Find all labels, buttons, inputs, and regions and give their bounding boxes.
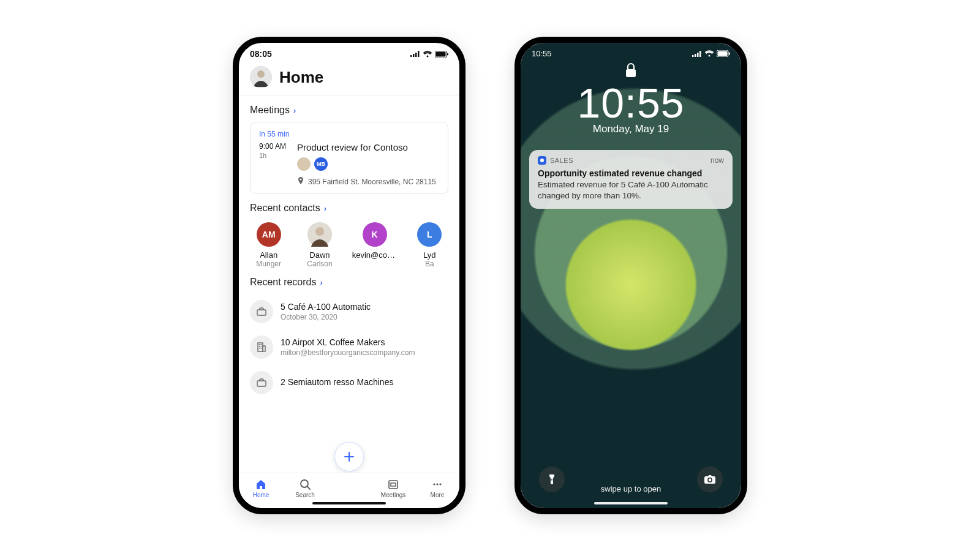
- svg-rect-3: [418, 51, 420, 57]
- contact-name: kevin@con...: [352, 250, 398, 260]
- svg-rect-2: [415, 53, 417, 57]
- more-icon: [419, 478, 456, 490]
- record-sub: milton@bestforyouorganicscompany.com: [281, 348, 415, 357]
- record-item[interactable]: 10 Airpot XL Coffee Makers milton@bestfo…: [250, 329, 448, 365]
- contacts-section: Recent contacts › AM Allan Munger Dawn C…: [239, 194, 459, 268]
- status-bar: 10:55: [521, 43, 741, 58]
- tab-meetings[interactable]: Meetings: [375, 478, 412, 498]
- contacts-heading-row[interactable]: Recent contacts ›: [250, 203, 448, 214]
- briefcase-icon: [250, 300, 273, 323]
- add-button[interactable]: [334, 442, 364, 471]
- contacts-heading: Recent contacts: [250, 203, 320, 214]
- svg-rect-32: [718, 51, 728, 56]
- records-heading-row[interactable]: Recent records ›: [250, 277, 448, 288]
- battery-icon: [435, 51, 448, 58]
- lockscreen-clock: 10:55: [521, 79, 741, 127]
- tab-more[interactable]: More: [419, 478, 456, 498]
- meeting-location: 395 Fairfield St. Mooresville, NC 28115: [297, 177, 439, 186]
- tab-label: More: [419, 492, 456, 498]
- app-header: Home: [239, 61, 459, 96]
- svg-rect-16: [259, 346, 260, 347]
- attendee-badge: MB: [314, 157, 328, 171]
- svg-point-35: [540, 159, 544, 162]
- notification-title: Opportunity estimated revenue changed: [538, 168, 724, 178]
- svg-rect-36: [551, 479, 552, 481]
- records-section: Recent records › 5 Café A-100 Automatic …: [239, 268, 459, 400]
- svg-rect-5: [436, 51, 446, 56]
- meetings-heading-row[interactable]: Meetings ›: [250, 105, 448, 116]
- plus-icon: [342, 450, 356, 463]
- svg-rect-37: [704, 476, 715, 484]
- meeting-time-col: 9:00 AM 1h: [259, 142, 291, 186]
- svg-rect-14: [259, 344, 260, 345]
- contact-sub: Munger: [250, 260, 287, 268]
- svg-rect-28: [695, 54, 696, 57]
- svg-rect-0: [410, 55, 412, 57]
- contact-name: Lyd: [411, 250, 448, 260]
- contact-avatar: L: [417, 222, 442, 247]
- record-item[interactable]: 2 Semiautom resso Machines: [250, 365, 448, 400]
- chevron-right-icon: ›: [293, 106, 296, 115]
- notification-body: Estimated revenue for 5 Café A-100 Autom…: [538, 179, 724, 201]
- contact-item[interactable]: Dawn Carlson: [301, 222, 338, 268]
- record-title: 10 Airpot XL Coffee Makers: [281, 337, 415, 347]
- chevron-right-icon: ›: [324, 204, 326, 213]
- svg-rect-22: [389, 481, 398, 489]
- home-icon: [243, 478, 279, 490]
- contact-sub: Carlson: [301, 260, 338, 268]
- svg-rect-18: [259, 348, 260, 349]
- meeting-attendees: MB: [297, 157, 439, 171]
- contact-sub: Ba: [411, 260, 448, 268]
- flashlight-icon: [546, 473, 557, 485]
- cellular-icon: [692, 51, 702, 57]
- meeting-card[interactable]: In 55 min 9:00 AM 1h Product review for …: [250, 122, 448, 194]
- wifi-icon: [423, 51, 432, 58]
- meeting-address: 395 Fairfield St. Mooresville, NC 28115: [308, 178, 436, 186]
- records-list: 5 Café A-100 Automatic October 30, 2020 …: [250, 294, 448, 400]
- tab-home[interactable]: Home: [243, 478, 279, 498]
- status-time: 10:55: [532, 49, 552, 58]
- briefcase-icon: [250, 371, 273, 394]
- building-icon: [250, 335, 273, 359]
- notification-app-name: SALES: [550, 157, 573, 164]
- contact-avatar: K: [363, 222, 387, 247]
- notification-card[interactable]: SALES now Opportunity estimated revenue …: [529, 150, 733, 209]
- contact-avatar: AM: [257, 222, 281, 247]
- profile-avatar[interactable]: [250, 66, 272, 88]
- contact-item[interactable]: AM Allan Munger: [250, 222, 287, 268]
- record-item[interactable]: 5 Café A-100 Automatic October 30, 2020: [250, 294, 448, 329]
- meeting-start-time: 9:00 AM: [259, 142, 291, 151]
- wifi-icon: [704, 50, 714, 57]
- tab-label: Home: [243, 492, 279, 498]
- record-title: 2 Semiautom resso Machines: [281, 377, 393, 387]
- contacts-row: AM Allan Munger Dawn Carlson K kevin@con…: [250, 222, 448, 268]
- notification-app: SALES: [538, 156, 573, 165]
- location-pin-icon: [297, 177, 304, 186]
- tab-label: Meetings: [375, 492, 412, 498]
- battery-icon: [717, 50, 730, 57]
- calendar-icon: [375, 478, 412, 490]
- contact-item[interactable]: K kevin@con...: [352, 222, 398, 268]
- svg-rect-11: [257, 310, 266, 315]
- svg-rect-15: [261, 344, 262, 345]
- svg-point-8: [257, 70, 265, 78]
- search-icon: [287, 478, 323, 490]
- meeting-duration: 1h: [259, 152, 291, 159]
- meetings-heading: Meetings: [250, 105, 290, 116]
- contact-item[interactable]: L Lyd Ba: [411, 222, 448, 268]
- home-indicator[interactable]: [312, 502, 386, 504]
- tab-search[interactable]: Search: [287, 478, 323, 498]
- svg-point-24: [433, 483, 435, 485]
- svg-rect-29: [697, 53, 699, 57]
- svg-rect-13: [263, 346, 265, 351]
- record-title: 5 Café A-100 Automatic: [281, 302, 371, 312]
- svg-rect-1: [413, 54, 415, 57]
- svg-point-10: [315, 227, 324, 236]
- status-icons: [410, 51, 448, 58]
- lockscreen-date: Monday, May 19: [521, 123, 741, 135]
- svg-rect-12: [258, 343, 263, 351]
- svg-rect-6: [447, 53, 448, 55]
- home-indicator[interactable]: [594, 502, 668, 504]
- camera-icon: [704, 474, 716, 484]
- notification-time: now: [710, 156, 724, 165]
